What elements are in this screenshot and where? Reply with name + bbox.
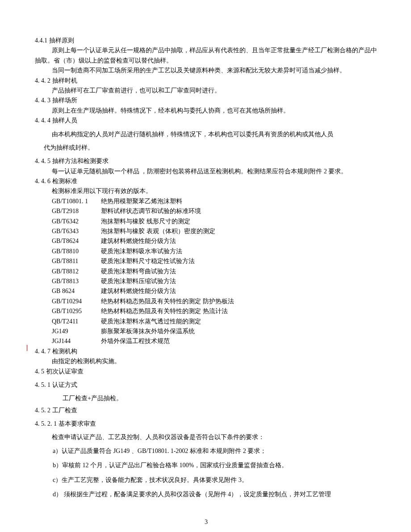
- heading-4-5: 4. 5 初次认证审查: [35, 367, 377, 377]
- standard-title: 硬质泡沫塑料水蒸气透过性能的测定: [101, 317, 201, 327]
- para-4-5-2-1-intro: 检查申请认证产品、工艺及控制、人员和仪器设备是否符合以下条件的要求：: [35, 432, 377, 442]
- standard-code: GB/T6342: [52, 217, 101, 226]
- para-4-4-3-1: 原则上在生产现场抽样。特殊情况下，经本机构与委托人协商，也可在其他场所抽样。: [35, 106, 377, 116]
- para-4-4-4-2: 代为抽样或封样。: [35, 143, 377, 153]
- standard-row: JG149膨胀聚苯板薄抹灰外墙外保温系统: [35, 327, 377, 336]
- standard-title: 建筑材料燃烧性能分级方法: [101, 236, 176, 246]
- heading-4-4-7: 4. 4. 7 检测机构: [35, 347, 377, 356]
- standard-row: GB 8624建筑材料燃烧性能分级方法: [35, 286, 377, 296]
- standard-title: 塑料试样状态调节和试验的标准环境: [101, 206, 201, 216]
- requirement-item: b）审核前 12 个月，认证产品出厂检验合格率 100%，国家或行业质量监督抽查…: [35, 461, 377, 470]
- standard-title: 泡抹塑料与橡胶 表观（体积）密度的测定: [101, 226, 215, 236]
- standard-code: GB/T8810: [52, 247, 101, 256]
- standard-row: GB/T8811硬质泡沫塑料尺寸稳定性试验方法: [35, 256, 377, 266]
- edit-mark: [27, 345, 27, 351]
- heading-4-5-2: 4. 5. 2 工厂检查: [35, 406, 377, 415]
- para-4-4-6-intro: 检测标准采用以下现行有效的版本。: [35, 186, 377, 196]
- para-4-4-7-1: 由指定的检测机构实施。: [35, 356, 377, 366]
- para-4-4-1-1: 原则上每一个认证单元从任一规格的产品中抽取，样品应从有代表性的、且当年正常批量生…: [35, 46, 377, 66]
- para-4-4-1-2: 当同一制造商不同加工场所采用的生产工艺以及关键原料种类、来源和配比无较大差异时可…: [35, 66, 377, 75]
- requirement-item: c）生产工艺完整，设备能力配套，技术状况良好。具体要求见附件 3。: [35, 475, 377, 485]
- standard-code: GB/T8624: [52, 236, 101, 246]
- heading-4-5-2-1: 4. 5. 2. 1 基本要求审查: [35, 419, 377, 429]
- heading-4-4-4: 4. 4. 4 抽样人员: [35, 116, 377, 126]
- standard-row: GB/T10294绝热材料稳态热阻及有关特性的测定 防护热板法: [35, 297, 377, 306]
- standard-title: 硬质泡沫塑料吸水率试验方法: [101, 247, 182, 256]
- standard-title: 绝热材料稳态热阻及有关特性的测定 防护热板法: [101, 297, 234, 306]
- standard-row: JGJ144外墙外保温工程技术规范: [35, 336, 377, 346]
- heading-4-4-2: 4. 4. 2 抽样时机: [35, 76, 377, 86]
- standard-title: 外墙外保温工程技术规范: [101, 336, 170, 346]
- para-4-4-2-1: 产品抽样可在工厂审查前进行，也可以和工厂审查同时进行。: [35, 86, 377, 96]
- standard-row: GB/T10801. 1绝热用模塑聚苯乙烯泡沫塑料: [35, 197, 377, 206]
- standard-row: GB/T6342泡抹塑料与橡胶 线形尺寸的测定: [35, 217, 377, 226]
- standard-code: JG149: [52, 327, 101, 336]
- standard-row: GB/T6343泡抹塑料与橡胶 表观（体积）密度的测定: [35, 226, 377, 236]
- standard-title: 硬质泡沫塑料尺寸稳定性试验方法: [101, 256, 195, 266]
- standard-code: GB 8624: [52, 286, 101, 296]
- standard-title: 绝热用模塑聚苯乙烯泡沫塑料: [101, 197, 182, 206]
- para-4-5-1-1: 工厂检查+产品抽检。: [35, 394, 377, 403]
- standard-code: GB/T6343: [52, 226, 101, 236]
- standard-code: GB/T10295: [52, 306, 101, 316]
- standard-code: GB/T10801. 1: [52, 197, 101, 206]
- standard-title: 泡抹塑料与橡胶 线形尺寸的测定: [101, 217, 190, 226]
- heading-4-4-1: 4.4.1 抽样原则: [35, 36, 377, 46]
- requirement-item: a）认证产品质量符合 JG149 、GB/T10801. 1-2002 标准和 …: [35, 446, 377, 456]
- standard-code: GB/T8811: [52, 256, 101, 266]
- standard-row: GB/T8812硬质泡沫塑料弯曲试验方法: [35, 267, 377, 276]
- standard-code: QB/T2411: [52, 317, 101, 327]
- standard-row: GB/T8624建筑材料燃烧性能分级方法: [35, 236, 377, 246]
- standard-title: 膨胀聚苯板薄抹灰外墙外保温系统: [101, 327, 195, 336]
- heading-4-4-3: 4. 4. 3 抽样场所: [35, 96, 377, 105]
- standard-row: GB/T8810硬质泡沫塑料吸水率试验方法: [35, 247, 377, 256]
- standard-code: GB/T8812: [52, 267, 101, 276]
- standard-title: 硬质泡沫塑料弯曲试验方法: [101, 267, 176, 276]
- standard-title: 绝热材料稳态热阻及有关特性的测定 热流计法: [101, 306, 228, 316]
- standard-row: QB/T2411硬质泡沫塑料水蒸气透过性能的测定: [35, 317, 377, 327]
- para-4-4-4-1: 由本机构指定的人员对产品进行随机抽样，特殊情况下，本机构也可以委托具有资质的机构…: [35, 130, 377, 139]
- heading-4-4-5: 4. 4. 5 抽样方法和检测要求: [35, 156, 377, 166]
- para-4-4-5-1: 每一认证单元随机抽取一个样品 ，防潮密封包装将样品送至检测机构。检测结果应符合本…: [35, 167, 377, 176]
- requirement-item: d） 须根据生产过程，配备满足要求的人员和仪器设备（见附件 4），设定质量控制点…: [35, 490, 377, 499]
- standard-code: GB/T10294: [52, 297, 101, 306]
- standard-row: GB/T10295绝热材料稳态热阻及有关特性的测定 热流计法: [35, 306, 377, 316]
- standard-title: 建筑材料燃烧性能分级方法: [101, 286, 176, 296]
- standard-code: GB/T2918: [52, 206, 101, 216]
- heading-4-4-6: 4. 4. 6 检测标准: [35, 176, 377, 186]
- standard-title: 硬质泡沫塑料压缩试验方法: [101, 276, 176, 286]
- page-number: 3: [35, 504, 377, 527]
- heading-4-5-1: 4. 5. 1 认证方式: [35, 380, 377, 390]
- standard-code: JGJ144: [52, 336, 101, 346]
- standard-code: GB/T8813: [52, 276, 101, 286]
- standard-row: GB/T8813硬质泡沫塑料压缩试验方法: [35, 276, 377, 286]
- standard-row: GB/T2918塑料试样状态调节和试验的标准环境: [35, 206, 377, 216]
